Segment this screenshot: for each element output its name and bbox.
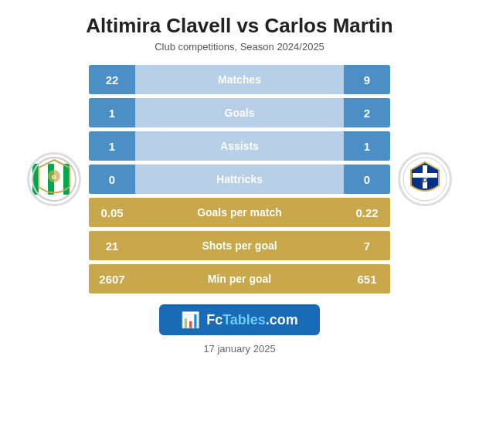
page-subtitle: Club competitions, Season 2024/2025 xyxy=(155,41,324,53)
right-team-logo: D xyxy=(390,152,460,206)
fctables-banner[interactable]: 📊 FcTables.com xyxy=(159,304,320,335)
stat-left-value: 22 xyxy=(89,65,135,94)
stat-row-shots-per-goal: 21Shots per goal7 xyxy=(89,231,390,260)
stat-right-value: 7 xyxy=(344,231,390,260)
stat-right-value: 651 xyxy=(344,264,390,294)
page-title: Altimira Clavell vs Carlos Martin xyxy=(86,14,392,38)
stat-label: Goals xyxy=(135,107,344,119)
stat-label: Goals per match xyxy=(135,206,344,219)
stat-right-value: 0.22 xyxy=(344,198,390,227)
stat-right-value: 1 xyxy=(344,131,390,161)
stat-row-min-per-goal: 2607Min per goal651 xyxy=(89,264,390,294)
stat-label: Min per goal xyxy=(135,273,344,285)
svg-text:D: D xyxy=(423,176,428,184)
stat-row-hattricks: 0Hattricks0 xyxy=(89,165,390,194)
stat-right-value: 2 xyxy=(344,98,390,127)
stat-left-value: 2607 xyxy=(89,264,135,294)
betis-logo-container: B xyxy=(27,152,81,206)
stat-row-goals: 1Goals2 xyxy=(89,98,390,127)
stat-left-value: 1 xyxy=(89,98,135,127)
stats-table: 22Matches91Goals21Assists10Hattricks00.0… xyxy=(89,65,390,294)
stat-label: Assists xyxy=(135,140,344,152)
stat-right-value: 0 xyxy=(344,165,390,194)
stat-left-value: 21 xyxy=(89,231,135,260)
alaves-logo-container: D xyxy=(398,152,452,206)
stat-row-assists: 1Assists1 xyxy=(89,131,390,161)
stat-row-goals-per-match: 0.05Goals per match0.22 xyxy=(89,198,390,227)
betis-logo-svg: B xyxy=(31,156,77,202)
stat-left-value: 0 xyxy=(89,165,135,194)
left-team-logo: B xyxy=(19,152,89,206)
comparison-area: B 22Matches91Goals21Assists10Hattricks00… xyxy=(8,65,471,294)
stat-left-value: 1 xyxy=(89,131,135,161)
fctables-text: FcTables.com xyxy=(206,312,298,328)
stat-label: Hattricks xyxy=(135,173,344,185)
match-date: 17 january 2025 xyxy=(203,343,275,355)
stat-left-value: 0.05 xyxy=(89,198,135,227)
fctables-icon: 📊 xyxy=(181,311,200,329)
stat-right-value: 9 xyxy=(344,65,390,94)
svg-text:B: B xyxy=(52,174,56,181)
page-wrapper: Altimira Clavell vs Carlos Martin Club c… xyxy=(0,0,479,448)
stat-label: Shots per goal xyxy=(135,239,344,252)
alaves-logo-svg: D xyxy=(402,156,448,202)
stat-row-matches: 22Matches9 xyxy=(89,65,390,94)
stat-label: Matches xyxy=(135,73,344,86)
